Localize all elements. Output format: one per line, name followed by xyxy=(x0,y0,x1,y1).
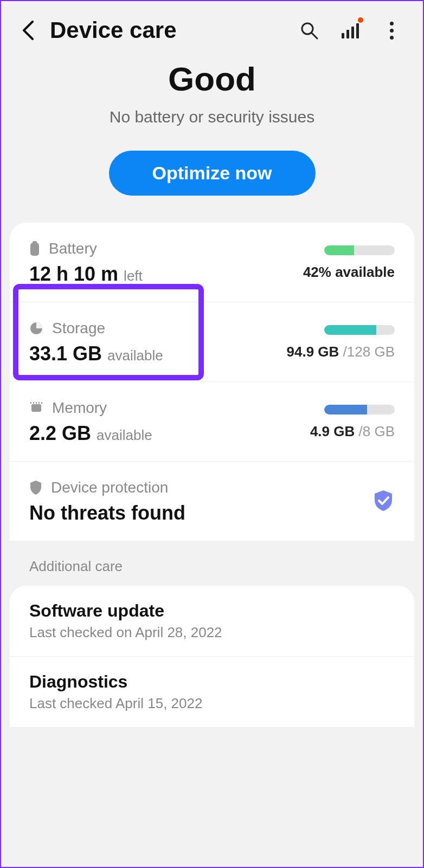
battery-suffix: left xyxy=(124,268,143,284)
battery-time: 12 h 10 m xyxy=(29,263,118,285)
memory-label: Memory xyxy=(52,399,107,417)
storage-used: 94.9 GB xyxy=(287,344,339,360)
app-header: Device care xyxy=(1,1,423,54)
svg-rect-8 xyxy=(38,402,40,404)
protection-row[interactable]: Device protection No threats found xyxy=(10,462,414,541)
software-update-title: Software update xyxy=(29,601,395,621)
storage-row[interactable]: Storage 33.1 GB available 94.9 GB /128 G… xyxy=(10,302,414,382)
svg-line-1 xyxy=(312,33,317,38)
metrics-list: Battery 12 h 10 m left 42% available Sto… xyxy=(10,223,414,541)
memory-row[interactable]: Memory 2.2 GB available 4.9 GB /8 GB xyxy=(10,382,414,462)
svg-rect-7 xyxy=(36,402,37,404)
memory-total: 8 GB xyxy=(363,423,395,439)
battery-icon xyxy=(29,241,40,256)
storage-label: Storage xyxy=(52,320,105,337)
protection-label: Device protection xyxy=(51,479,168,496)
storage-suffix: available xyxy=(107,347,163,364)
diagnostics-title: Diagnostics xyxy=(29,672,395,692)
battery-bar xyxy=(324,245,395,255)
header-actions xyxy=(299,21,407,40)
battery-percent: 42% available xyxy=(303,264,395,280)
svg-rect-5 xyxy=(30,402,31,404)
additional-care-label: Additional care xyxy=(10,541,414,586)
additional-care-section: Additional care Software update Last che… xyxy=(10,541,414,728)
memory-value: 2.2 GB xyxy=(29,422,91,444)
storage-value: 33.1 GB xyxy=(29,342,102,365)
battery-label: Battery xyxy=(49,240,97,257)
memory-suffix: available xyxy=(97,427,152,443)
search-icon xyxy=(300,21,318,40)
battery-bar-fill xyxy=(324,245,354,255)
device-status-subtitle: No battery or security issues xyxy=(17,108,407,126)
battery-row[interactable]: Battery 12 h 10 m left 42% available xyxy=(10,223,414,302)
page-title: Device care xyxy=(50,17,288,43)
software-update-row[interactable]: Software update Last checked on April 28… xyxy=(10,586,414,657)
signal-button[interactable] xyxy=(341,21,360,40)
storage-total: 128 GB xyxy=(347,344,395,360)
memory-bar-fill xyxy=(324,405,367,414)
memory-used: 4.9 GB xyxy=(310,423,355,439)
more-vertical-icon xyxy=(390,22,394,40)
svg-rect-4 xyxy=(31,404,41,412)
more-button[interactable] xyxy=(382,21,401,40)
chevron-left-icon xyxy=(22,21,35,40)
storage-bar xyxy=(324,325,395,335)
svg-rect-6 xyxy=(33,402,34,404)
shield-check-icon xyxy=(372,489,395,512)
memory-icon xyxy=(29,401,43,415)
svg-rect-3 xyxy=(30,243,39,256)
software-update-sub: Last checked on April 28, 2022 xyxy=(29,624,395,641)
protection-status: No threats found xyxy=(29,502,185,524)
device-status: Good xyxy=(17,60,407,98)
search-button[interactable] xyxy=(299,21,319,40)
diagnostics-row[interactable]: Diagnostics Last checked April 15, 2022 xyxy=(10,657,414,728)
storage-bar-fill xyxy=(324,325,376,335)
summary-section: Good No battery or security issues Optim… xyxy=(1,60,423,223)
signal-bars-icon xyxy=(342,22,359,38)
storage-icon xyxy=(29,321,43,335)
memory-bar xyxy=(324,405,395,414)
back-button[interactable] xyxy=(17,20,39,41)
svg-rect-9 xyxy=(41,402,42,404)
optimize-button[interactable]: Optimize now xyxy=(109,151,316,196)
notification-dot-icon xyxy=(358,17,363,23)
diagnostics-sub: Last checked April 15, 2022 xyxy=(29,695,395,712)
shield-icon xyxy=(29,480,42,495)
